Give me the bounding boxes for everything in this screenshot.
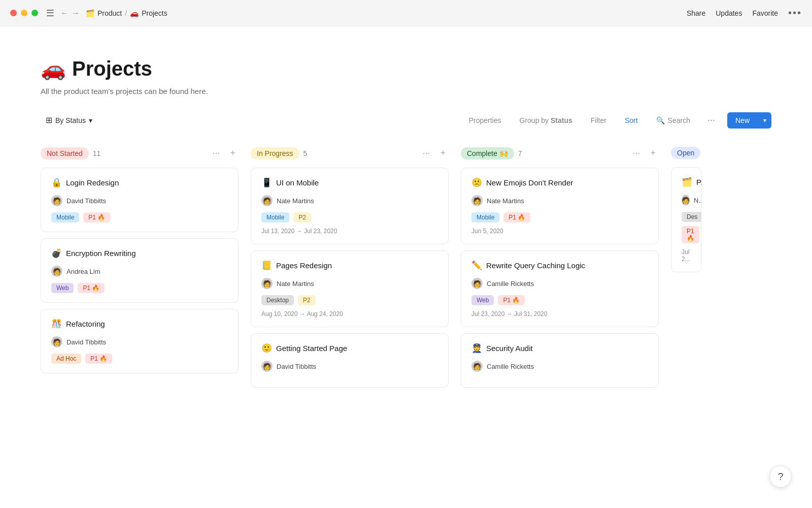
favorite-button[interactable]: Favorite xyxy=(752,9,778,17)
nav-arrows: ← → xyxy=(60,9,80,18)
card[interactable]: ✏️Rewrite Query Caching Logic🧑Camille Ri… xyxy=(461,250,659,327)
card-title-icon: 📒 xyxy=(261,260,272,271)
card-tags: MobileP1 🔥 xyxy=(471,212,648,223)
card[interactable]: 🙂Getting Started Page🧑David Tibbitts xyxy=(251,333,449,388)
card-date: Jul 23, 2020 → Jul 31, 2020 xyxy=(471,310,648,318)
breadcrumb-projects[interactable]: Projects xyxy=(142,9,167,17)
card-title-text: Security Audit xyxy=(486,344,533,353)
titlebar-actions: Share Updates Favorite ••• xyxy=(687,7,802,19)
card-tag-priority[interactable]: P2 xyxy=(298,295,316,305)
column-add-icon[interactable]: + xyxy=(227,147,239,160)
card-title: 👮Security Audit xyxy=(471,343,648,354)
new-button[interactable]: New ▾ xyxy=(727,112,771,129)
card-tag-priority[interactable]: P1 🔥 xyxy=(83,212,110,223)
minimize-button[interactable] xyxy=(21,10,27,16)
card-tag-category[interactable]: Desktop xyxy=(261,295,294,305)
chevron-down-icon: ▾ xyxy=(89,116,92,124)
more-options-icon[interactable]: ••• xyxy=(788,7,802,19)
groupby-button[interactable]: Group by Status xyxy=(515,113,578,128)
page-description: All the product team's projects can be f… xyxy=(41,87,771,96)
forward-arrow-icon[interactable]: → xyxy=(72,9,80,18)
more-options-button[interactable]: ··· xyxy=(703,112,719,129)
card-assignee: 🧑David Tibbitts xyxy=(51,195,228,206)
sidebar-toggle-icon[interactable]: ☰ xyxy=(46,8,54,19)
column-more-icon[interactable]: ··· xyxy=(209,147,223,160)
properties-button[interactable]: Properties xyxy=(464,113,506,128)
card-tag-category[interactable]: Des xyxy=(682,212,701,222)
share-button[interactable]: Share xyxy=(687,9,705,17)
card-assignee: 🧑N... xyxy=(682,195,691,206)
card-title-text: UI on Mobile xyxy=(276,178,319,187)
card-title: 🙂Getting Started Page xyxy=(261,343,438,354)
card-title-text: Rewrite Query Caching Logic xyxy=(486,261,585,270)
search-icon: 🔍 xyxy=(656,116,665,124)
status-badge-in-progress[interactable]: In Progress xyxy=(251,147,299,160)
breadcrumb-projects-icon: 🚗 xyxy=(130,9,139,17)
card-tag-priority[interactable]: P1 🔥 xyxy=(503,212,530,223)
view-selector[interactable]: ⊞ By Status ▾ xyxy=(41,112,97,128)
updates-button[interactable]: Updates xyxy=(716,9,742,17)
breadcrumb-product[interactable]: Product xyxy=(97,9,122,17)
card-tag-category[interactable]: Mobile xyxy=(51,212,79,223)
card-title: 📒Pages Redesign xyxy=(261,260,438,271)
card-tags: WebP1 🔥 xyxy=(471,295,648,305)
card-title: 🙁New Emojis Don't Render xyxy=(471,177,648,188)
card[interactable]: 📱UI on Mobile🧑Nate MartinsMobileP2Jul 13… xyxy=(251,168,449,244)
status-badge-complete[interactable]: Complete 🙌 xyxy=(461,147,514,160)
card-tags: WebP1 🔥 xyxy=(51,283,228,293)
avatar: 🧑 xyxy=(51,195,62,206)
column-add-icon[interactable]: + xyxy=(437,147,449,160)
card-tags: MobileP1 🔥 xyxy=(51,212,228,223)
toolbar: ⊞ By Status ▾ Properties Group by Status… xyxy=(41,112,771,133)
new-button-label[interactable]: New xyxy=(727,112,758,129)
card-tag-priority[interactable]: P2 xyxy=(293,212,311,223)
column-count-in-progress: 5 xyxy=(303,149,308,157)
card[interactable]: 💣Encryption Rewriting🧑Andrea LimWebP1 🔥 xyxy=(41,238,239,303)
status-badge-not-started[interactable]: Not Started xyxy=(41,147,89,160)
card-tags: DesP1 🔥 xyxy=(682,212,691,243)
card[interactable]: 🗂️P...🧑N...DesP1 🔥Jul 2... xyxy=(671,167,701,272)
card-date: Jun 5, 2020 xyxy=(471,228,648,235)
card[interactable]: 📒Pages Redesign🧑Nate MartinsDesktopP2Aug… xyxy=(251,250,449,327)
card-tag-priority[interactable]: P1 🔥 xyxy=(78,283,105,293)
search-button[interactable]: 🔍 Search xyxy=(651,113,695,128)
card-tag-category[interactable]: Mobile xyxy=(471,212,499,223)
column-header-open: Open xyxy=(671,147,701,159)
card-tag-priority[interactable]: P1 🔥 xyxy=(85,354,112,364)
close-button[interactable] xyxy=(10,10,17,16)
card-tags: DesktopP2 xyxy=(261,295,438,305)
card-tag-category[interactable]: Mobile xyxy=(261,212,289,223)
card[interactable]: 🙁New Emojis Don't Render🧑Nate MartinsMob… xyxy=(461,168,659,244)
breadcrumb-separator: / xyxy=(125,9,127,17)
avatar: 🧑 xyxy=(261,361,273,372)
breadcrumb-product-icon: 🗂️ xyxy=(86,9,94,17)
assignee-name: Camille Ricketts xyxy=(487,280,534,288)
column-add-icon[interactable]: + xyxy=(647,147,659,160)
card-title-icon: 🗂️ xyxy=(682,177,692,187)
help-fab[interactable]: ? xyxy=(769,465,792,488)
card-tag-priority[interactable]: P1 🔥 xyxy=(682,226,699,243)
column-open: Open🗂️P...🧑N...DesP1 🔥Jul 2... xyxy=(671,147,701,394)
card-tag-category[interactable]: Web xyxy=(51,283,74,293)
column-header-not-started: Not Started11···+ xyxy=(41,147,239,160)
assignee-name: Camille Ricketts xyxy=(487,363,534,370)
page-title-icon: 🚗 xyxy=(41,57,66,81)
card-tag-priority[interactable]: P1 🔥 xyxy=(498,295,525,305)
back-arrow-icon[interactable]: ← xyxy=(60,9,69,18)
column-header-complete: Complete 🙌7···+ xyxy=(461,147,659,160)
filter-button[interactable]: Filter xyxy=(586,113,612,128)
card-tag-category[interactable]: Web xyxy=(471,295,494,305)
new-button-chevron[interactable]: ▾ xyxy=(758,113,771,128)
card[interactable]: 🎊Refactoring🧑David TibbittsAd HocP1 🔥 xyxy=(41,309,239,373)
card-title-icon: 💣 xyxy=(51,248,62,259)
status-badge-open[interactable]: Open xyxy=(671,147,700,159)
card-title-icon: 🔒 xyxy=(51,177,62,188)
card-tag-category[interactable]: Ad Hoc xyxy=(51,354,81,364)
sort-button[interactable]: Sort xyxy=(620,113,643,128)
card[interactable]: 🔒Login Redesign🧑David TibbittsMobileP1 🔥 xyxy=(41,168,239,232)
card[interactable]: 👮Security Audit🧑Camille Ricketts xyxy=(461,333,659,388)
column-more-icon[interactable]: ··· xyxy=(419,147,433,160)
maximize-button[interactable] xyxy=(31,10,38,16)
card-title-text: Login Redesign xyxy=(66,178,119,187)
column-more-icon[interactable]: ··· xyxy=(629,147,643,160)
